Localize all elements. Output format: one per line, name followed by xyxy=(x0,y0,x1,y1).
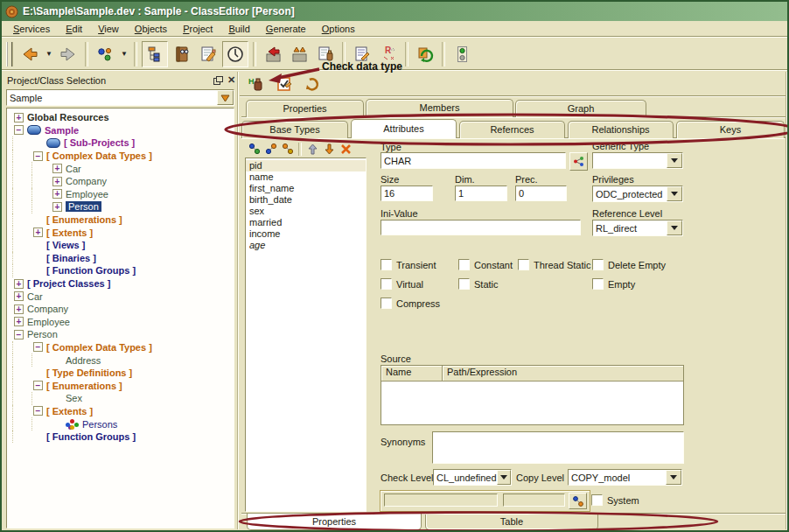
expand-icon[interactable]: + xyxy=(52,189,62,199)
tree-item-persons[interactable]: Persons xyxy=(12,417,234,430)
constant-checkbox[interactable]: Constant xyxy=(458,259,513,270)
import-model-button[interactable] xyxy=(261,42,285,66)
tab-members[interactable]: Members xyxy=(366,99,513,117)
tab-relationships[interactable]: Relationships xyxy=(568,121,674,138)
attribute-age[interactable]: age xyxy=(246,240,366,251)
tree-item-car[interactable]: +Car xyxy=(12,290,234,303)
expand-icon[interactable]: + xyxy=(52,202,62,212)
type-input[interactable] xyxy=(381,152,566,169)
link-lookup-button[interactable] xyxy=(569,493,587,509)
ini-value-input[interactable] xyxy=(381,220,581,235)
tree-item-company[interactable]: +Company xyxy=(12,303,234,316)
tree-item-employee[interactable]: +Employee xyxy=(12,188,234,201)
collapse-icon[interactable]: − xyxy=(33,406,43,416)
dropdown-arrow-icon[interactable] xyxy=(667,153,682,168)
compress-checkbox[interactable]: Compress xyxy=(381,298,440,309)
collapse-icon[interactable]: − xyxy=(33,151,43,161)
tree-item-enumerations[interactable]: −[ Enumerations ] xyxy=(12,379,234,392)
generic-type-select[interactable] xyxy=(592,152,683,169)
tree-item-complex-data-types[interactable]: −[ Complex Data Types ] xyxy=(12,341,234,354)
delete-attribute-button[interactable] xyxy=(339,142,353,156)
title-bar[interactable]: E:\Sample\Sample.dev : Sample - ClassEdi… xyxy=(2,2,787,21)
back-button[interactable] xyxy=(17,42,42,66)
expand-icon[interactable]: + xyxy=(52,164,62,173)
checkbox-box[interactable] xyxy=(592,259,604,270)
edit-document-button[interactable] xyxy=(196,42,220,66)
project-class-tree[interactable]: +Global Resources−Sample[ Sub-Projects ]… xyxy=(6,108,234,528)
checkbox-box[interactable] xyxy=(592,278,604,290)
dropdown-arrow-icon[interactable] xyxy=(667,220,682,235)
reload-button[interactable] xyxy=(413,42,437,66)
expand-icon[interactable]: + xyxy=(14,291,24,301)
dropdown-arrow-icon[interactable] xyxy=(667,186,682,201)
privileges-select[interactable]: ODC_protected xyxy=(592,186,683,202)
tree-item-global-resources[interactable]: +Global Resources xyxy=(12,111,234,124)
add-reference-button[interactable] xyxy=(263,142,278,156)
menu-edit[interactable]: Edit xyxy=(58,23,90,35)
objects-button[interactable] xyxy=(93,42,117,66)
hierarchy-view-button[interactable] xyxy=(142,41,168,67)
objects-dropdown[interactable]: ▼ xyxy=(119,42,129,66)
tab-graph[interactable]: Graph xyxy=(515,100,646,117)
tree-item-company[interactable]: +Company xyxy=(12,175,234,188)
undo-button[interactable] xyxy=(302,74,322,94)
type-browse-button[interactable] xyxy=(569,152,588,171)
menu-build[interactable]: Build xyxy=(220,23,257,35)
source-column-name[interactable]: Name xyxy=(381,366,443,381)
expand-icon[interactable]: + xyxy=(14,113,24,122)
collapse-icon[interactable]: − xyxy=(33,381,43,390)
checkbox-box[interactable] xyxy=(458,278,470,290)
back-history-dropdown[interactable]: ▼ xyxy=(44,42,54,66)
tree-item-extents[interactable]: +[ Extents ] xyxy=(12,226,234,239)
source-column-path[interactable]: Path/Expression xyxy=(443,366,683,381)
tree-item-sub-projects[interactable]: [ Sub-Projects ] xyxy=(12,136,234,150)
combobox-dropdown-button[interactable] xyxy=(217,90,234,105)
menu-generate[interactable]: Generate xyxy=(258,23,314,35)
tree-item-sample[interactable]: −Sample xyxy=(12,124,234,137)
tab-base-types[interactable]: Base Types xyxy=(241,121,348,138)
transient-checkbox[interactable]: Transient xyxy=(381,259,436,270)
tree-item-person[interactable]: +Person xyxy=(12,200,234,214)
attribute-birth_date[interactable]: birth_date xyxy=(246,194,366,206)
menu-project[interactable]: Project xyxy=(175,23,220,35)
checkbox-box[interactable] xyxy=(381,298,392,309)
tree-item-enumerations[interactable]: [ Enumerations ] xyxy=(12,214,234,227)
tree-item-employee[interactable]: +Employee xyxy=(12,316,234,329)
attribute-first_name[interactable]: first_name xyxy=(246,183,366,194)
size-input[interactable] xyxy=(381,186,433,201)
menu-view[interactable]: View xyxy=(90,23,127,35)
export-model-button[interactable] xyxy=(287,42,311,66)
add-attribute-button[interactable] xyxy=(247,142,262,156)
tab-properties-main[interactable]: Properties xyxy=(246,100,364,117)
checkbox-box[interactable] xyxy=(458,259,470,270)
attribute-married[interactable]: married xyxy=(246,217,366,228)
add-relationship-button[interactable] xyxy=(280,142,295,156)
tree-item-complex-data-types[interactable]: −[ Complex Data Types ] xyxy=(12,150,234,163)
static-checkbox[interactable]: Static xyxy=(458,278,499,290)
tab-table[interactable]: Table xyxy=(425,514,598,530)
attribute-list[interactable]: pidnamefirst_namebirth_datesexmarriedinc… xyxy=(245,158,367,512)
attribute-pid[interactable]: pid xyxy=(246,160,366,172)
tree-item-type-definitions[interactable]: [ Type Definitions ] xyxy=(12,367,234,380)
check-data-type-button[interactable] xyxy=(274,74,294,94)
class-editor-button[interactable] xyxy=(222,41,248,67)
collapse-icon[interactable]: − xyxy=(33,342,43,352)
tree-item-address[interactable]: Address xyxy=(12,354,234,367)
menu-services[interactable]: Services xyxy=(5,23,58,35)
expand-icon[interactable]: + xyxy=(14,317,24,326)
expand-icon[interactable]: + xyxy=(14,279,24,289)
attribute-sex[interactable]: sex xyxy=(246,206,366,217)
tree-item-person[interactable]: −Person xyxy=(12,328,234,341)
check-level-select[interactable]: CL_undefined xyxy=(433,469,512,486)
move-up-button[interactable] xyxy=(305,142,320,156)
dropdown-arrow-icon[interactable] xyxy=(666,470,681,485)
attribute-name[interactable]: name xyxy=(246,172,366,183)
source-table[interactable]: Name Path/Expression xyxy=(381,365,684,425)
menu-options[interactable]: Options xyxy=(314,23,363,35)
system-checkbox[interactable]: System xyxy=(591,494,639,506)
expand-icon[interactable]: + xyxy=(33,228,43,237)
toolbar-drag-handle[interactable] xyxy=(6,42,13,66)
tab-properties-bottom[interactable]: Properties xyxy=(247,514,422,530)
dim-input[interactable] xyxy=(455,186,507,201)
move-down-button[interactable] xyxy=(322,142,337,156)
